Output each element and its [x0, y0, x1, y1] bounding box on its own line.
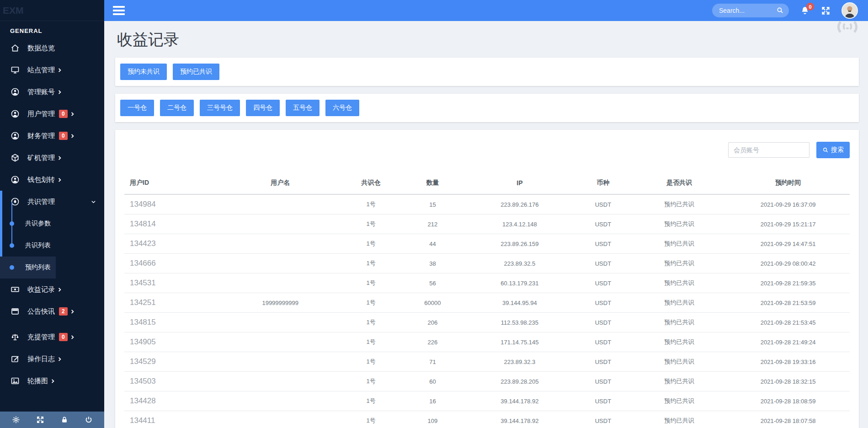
brand-text: EXM: [3, 5, 24, 16]
table-header-row: 用户ID 用户名 共识仓 数量 IP 币种 是否共识 预约时间: [124, 172, 850, 194]
cell-username: [218, 313, 342, 332]
sidebar-item-carousel[interactable]: 轮播图: [0, 370, 104, 392]
cell-user-id: 134984: [124, 194, 218, 214]
sidebar-item-admin-accounts[interactable]: 管理账号: [0, 81, 104, 103]
cell-warehouse: 1号: [342, 372, 400, 391]
warehouse-tab[interactable]: 二号仓: [160, 100, 194, 116]
sidebar-item-consensus-list[interactable]: 共识列表: [0, 235, 104, 257]
notifications-bell[interactable]: 0: [800, 5, 810, 16]
sidebar-item-reservation-list[interactable]: 预约列表: [0, 257, 104, 278]
cell-reservation-time: 2021-09-28 18:07:58: [726, 411, 850, 428]
sidebar-item-miner-mgmt[interactable]: 矿机管理: [0, 147, 104, 169]
table-row: 134428 1号 16 39.144.178.92 USDT 预约已共识 20…: [124, 391, 850, 411]
hamburger-menu-icon[interactable]: [113, 6, 125, 15]
cell-warehouse: 1号: [342, 313, 400, 332]
avatar[interactable]: [841, 2, 858, 19]
sidebar-item-deposit-withdraw[interactable]: 充提管理 0: [0, 326, 104, 348]
cell-currency: USDT: [574, 411, 632, 428]
sidebar-item-dashboard[interactable]: 数据总览: [0, 37, 104, 59]
topbar: 0: [104, 0, 868, 21]
sidebar-item-operation-logs[interactable]: 操作日志: [0, 348, 104, 370]
cell-user-id: 134814: [124, 214, 218, 234]
cell-currency: USDT: [574, 313, 632, 332]
cell-consensus-status: 预约已共识: [632, 411, 726, 428]
sidebar-item-finance-mgmt[interactable]: 财务管理 0: [0, 125, 104, 147]
main-content: 收益记录 预约未共识 预约已共识 一号仓二号仓三号号仓四号仓五号仓六号仓 搜索: [104, 21, 868, 428]
table-row: 134815 1号 206 112.53.98.235 USDT 预约已共识 2…: [124, 313, 850, 332]
cell-quantity: 212: [400, 214, 465, 234]
cell-ip: 123.4.12.148: [465, 214, 574, 234]
cell-consensus-status: 预约已共识: [632, 332, 726, 352]
warehouse-tab[interactable]: 四号仓: [246, 100, 280, 116]
search-icon[interactable]: [776, 6, 784, 14]
warehouse-tab[interactable]: 一号仓: [120, 100, 154, 116]
cell-username: [218, 254, 342, 273]
edit-icon: [11, 354, 20, 364]
cell-user-id: 134251: [124, 293, 218, 313]
filter-consensus-button[interactable]: 预约已共识: [173, 64, 219, 80]
cell-warehouse: 1号: [342, 332, 400, 352]
cell-consensus-status: 预约已共识: [632, 214, 726, 234]
member-search-row: 搜索: [124, 142, 850, 158]
lock-icon[interactable]: [60, 416, 69, 424]
col-currency: 币种: [574, 172, 632, 194]
gear-icon[interactable]: [12, 416, 20, 424]
cell-username: [218, 194, 342, 214]
notification-badge: 0: [806, 3, 814, 11]
cell-ip: 223.89.32.3: [465, 352, 574, 372]
cell-currency: USDT: [574, 391, 632, 411]
user-icon: [11, 87, 20, 96]
cell-username: 19999999999: [218, 293, 342, 313]
cell-quantity: 206: [400, 313, 465, 332]
cell-reservation-time: 2021-09-28 21:59:35: [726, 273, 850, 293]
col-quantity: 数量: [400, 172, 465, 194]
sidebar-item-announcements[interactable]: 公告快讯 2: [0, 300, 104, 322]
fullscreen-toggle-icon[interactable]: [821, 6, 831, 16]
member-account-input[interactable]: [728, 142, 809, 158]
cell-username: [218, 372, 342, 391]
cell-user-id: 134815: [124, 313, 218, 332]
sidebar-item-consensus-mgmt[interactable]: 共识管理: [0, 191, 104, 213]
col-username: 用户名: [218, 172, 342, 194]
cell-warehouse: 1号: [342, 391, 400, 411]
cell-warehouse: 1号: [342, 254, 400, 273]
cell-ip: 223.89.26.159: [465, 234, 574, 254]
cell-consensus-status: 预约已共识: [632, 352, 726, 372]
warehouse-tab[interactable]: 六号仓: [325, 100, 359, 116]
table-row: 134411 1号 109 39.144.178.92 USDT 预约已共识 2…: [124, 411, 850, 428]
cell-reservation-time: 2021-09-28 21:53:59: [726, 293, 850, 313]
chevron-right-icon: [70, 309, 75, 314]
warehouse-tab[interactable]: 三号号仓: [200, 100, 240, 116]
sidebar-section-label: GENERAL: [10, 27, 104, 34]
user-icon: [11, 109, 20, 118]
sidebar-item-income-records[interactable]: 收益记录: [0, 278, 104, 300]
cell-consensus-status: 预约已共识: [632, 194, 726, 214]
filter-unconsensus-button[interactable]: 预约未共识: [120, 64, 167, 80]
chevron-right-icon: [57, 155, 62, 160]
cell-ip: 223.89.32.5: [465, 254, 574, 273]
cell-currency: USDT: [574, 234, 632, 254]
count-badge: 0: [59, 333, 68, 341]
cell-consensus-status: 预约已共识: [632, 234, 726, 254]
power-icon[interactable]: [85, 416, 93, 424]
col-ip: IP: [465, 172, 574, 194]
cell-consensus-status: 预约已共识: [632, 273, 726, 293]
cell-consensus-status: 预约已共识: [632, 372, 726, 391]
chevron-right-icon: [57, 177, 62, 182]
sidebar-item-consensus-params[interactable]: 共识参数: [0, 213, 104, 235]
sidebar-submenu: 共识参数 共识列表 预约列表: [0, 213, 104, 278]
chevron-right-icon: [57, 68, 62, 73]
sidebar-item-site-mgmt[interactable]: 站点管理: [0, 59, 104, 81]
cell-username: [218, 234, 342, 254]
cell-ip: 171.14.75.145: [465, 332, 574, 352]
col-consensus-status: 是否共识: [632, 172, 726, 194]
cell-ip: 39.144.178.92: [465, 411, 574, 428]
sidebar-item-user-mgmt[interactable]: 用户管理 0: [0, 103, 104, 125]
cell-user-id: 134531: [124, 273, 218, 293]
warehouse-tab[interactable]: 五号仓: [286, 100, 320, 116]
cell-username: [218, 391, 342, 411]
sidebar-item-wallet-transfer[interactable]: 钱包划转: [0, 169, 104, 191]
search-button[interactable]: 搜索: [816, 142, 850, 158]
cell-reservation-time: 2021-09-28 21:49:24: [726, 332, 850, 352]
fullscreen-icon[interactable]: [36, 416, 44, 424]
